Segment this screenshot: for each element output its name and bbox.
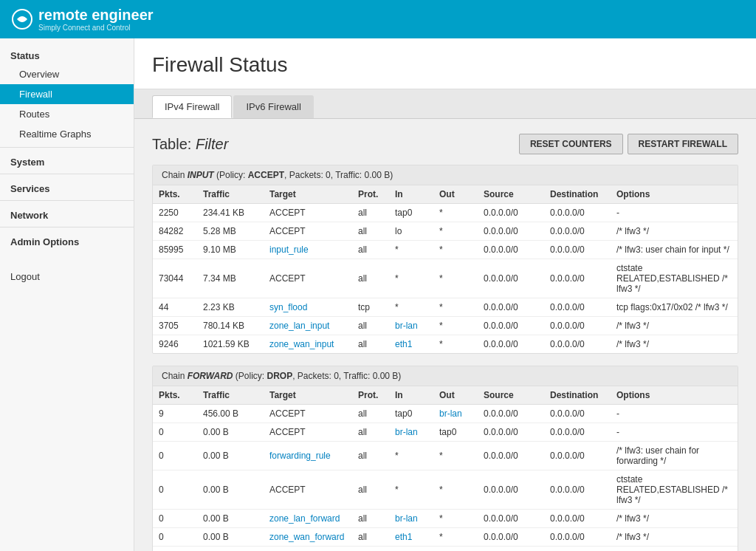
col-options: Options	[611, 185, 738, 204]
chain-forward-body: 9456.00 BACCEPTalltap0br-lan0.0.0.0/00.0…	[153, 405, 738, 552]
table-row: 2250234.41 KBACCEPTalltap0*0.0.0.0/00.0.…	[153, 204, 738, 222]
system-group-label: System	[0, 151, 134, 171]
table-row: 730447.34 MBACCEPTall**0.0.0.0/00.0.0.0/…	[153, 259, 738, 298]
app-title: remote engineer	[38, 7, 154, 24]
logo-icon	[12, 9, 32, 30]
link-br-lan[interactable]: br-lan	[395, 427, 418, 437]
col-in: In	[389, 185, 433, 204]
chain-forward-header: Chain FORWARD (Policy: DROP, Packets: 0,…	[153, 366, 738, 386]
sidebar-item-firewall[interactable]: Firewall	[0, 84, 134, 104]
sidebar: Status Overview Firewall Routes Realtime…	[0, 38, 134, 551]
main-layout: Status Overview Firewall Routes Realtime…	[0, 38, 756, 551]
app-subtitle: Simply Connect and Control	[38, 24, 154, 32]
restart-firewall-button[interactable]: RESTART FIREWALL	[628, 134, 738, 154]
table-row: 00.00 Bforwarding_ruleall**0.0.0.0/00.0.…	[153, 442, 738, 470]
sidebar-divider-4	[0, 227, 134, 227]
col-prot-fwd: Prot.	[352, 386, 389, 405]
page-title: Firewall Status	[152, 53, 738, 77]
table-row: 00.00 Bzone_wan_forwardalleth1*0.0.0.0/0…	[153, 528, 738, 547]
sidebar-item-routes[interactable]: Routes	[0, 104, 134, 124]
col-traffic: Traffic	[197, 185, 264, 204]
table-filter-title: Table: Filter	[152, 136, 228, 153]
link-br-lan[interactable]: br-lan	[395, 513, 418, 524]
status-group-label: Status	[0, 44, 134, 64]
link-syn-flood[interactable]: syn_flood	[269, 302, 307, 312]
chain-forward-table: Pkts. Traffic Target Prot. In Out Source…	[153, 386, 738, 551]
col-pkts-fwd: Pkts.	[153, 386, 197, 405]
col-in-fwd: In	[389, 386, 433, 405]
chain-input-header: Chain INPUT (Policy: ACCEPT, Packets: 0,…	[153, 165, 738, 185]
chain-input-body: 2250234.41 KBACCEPTalltap0*0.0.0.0/00.0.…	[153, 204, 738, 354]
sidebar-divider-3	[0, 200, 134, 201]
table-row: 92461021.59 KBzone_wan_inputalleth1*0.0.…	[153, 335, 738, 354]
services-group-label: Services	[0, 177, 134, 197]
tab-ipv6-firewall[interactable]: IPv6 Firewall	[233, 95, 313, 118]
content-body: Table: Filter RESET COUNTERS RESTART FIR…	[134, 119, 756, 551]
link-zone-lan-forward[interactable]: zone_lan_forward	[269, 513, 340, 524]
link-zone-lan-input[interactable]: zone_lan_input	[269, 321, 329, 331]
table-row: 00.00 Brejectall**0.0.0.0/00.0.0.0/0/* l…	[153, 547, 738, 552]
table-row: 00.00 BACCEPTall**0.0.0.0/00.0.0.0/0ctst…	[153, 470, 738, 510]
table-row: 842825.28 MBACCEPTalllo*0.0.0.0/00.0.0.0…	[153, 222, 738, 241]
col-out-fwd: Out	[433, 386, 478, 405]
link-forwarding-rule[interactable]: forwarding_rule	[269, 451, 331, 461]
admin-options-group-label: Admin Options	[0, 230, 134, 250]
link-zone-wan-forward[interactable]: zone_wan_forward	[269, 532, 344, 542]
col-source: Source	[478, 185, 544, 204]
table-row: 3705780.14 KBzone_lan_inputallbr-lan*0.0…	[153, 317, 738, 335]
table-header-row: Table: Filter RESET COUNTERS RESTART FIR…	[152, 134, 738, 154]
reset-counters-button[interactable]: RESET COUNTERS	[519, 134, 623, 154]
sidebar-divider-1	[0, 147, 134, 148]
col-pkts: Pkts.	[153, 185, 197, 204]
col-out: Out	[433, 185, 478, 204]
link-eth1[interactable]: eth1	[395, 532, 412, 542]
chain-forward-header-row: Pkts. Traffic Target Prot. In Out Source…	[153, 386, 738, 405]
col-target: Target	[264, 185, 352, 204]
header: remote engineer Simply Connect and Contr…	[0, 0, 756, 38]
link-br-lan[interactable]: br-lan	[439, 408, 462, 419]
col-dest: Destination	[544, 185, 611, 204]
sidebar-divider-2	[0, 174, 134, 174]
link-eth1[interactable]: eth1	[395, 339, 412, 349]
col-options-fwd: Options	[611, 386, 738, 405]
chain-forward-section: Chain FORWARD (Policy: DROP, Packets: 0,…	[152, 366, 738, 551]
link-zone-wan-input[interactable]: zone_wan_input	[269, 339, 334, 349]
table-row: 00.00 BACCEPTallbr-lantap00.0.0.0/00.0.0…	[153, 423, 738, 442]
link-br-lan[interactable]: br-lan	[395, 321, 418, 331]
table-row: 442.23 KBsyn_floodtcp**0.0.0.0/00.0.0.0/…	[153, 298, 738, 317]
table-row: 00.00 Bzone_lan_forwardallbr-lan*0.0.0.0…	[153, 510, 738, 528]
sidebar-item-overview[interactable]: Overview	[0, 64, 134, 84]
col-dest-fwd: Destination	[544, 386, 611, 405]
content: Firewall Status IPv4 Firewall IPv6 Firew…	[134, 38, 756, 551]
chain-input-table: Pkts. Traffic Target Prot. In Out Source…	[153, 185, 738, 353]
chain-input-section: Chain INPUT (Policy: ACCEPT, Packets: 0,…	[152, 165, 738, 354]
chain-input-header-row: Pkts. Traffic Target Prot. In Out Source…	[153, 185, 738, 204]
sidebar-logout[interactable]: Logout	[0, 265, 134, 288]
table-row: 859959.10 MBinput_ruleall**0.0.0.0/00.0.…	[153, 241, 738, 259]
col-prot: Prot.	[352, 185, 389, 204]
page-title-bar: Firewall Status	[134, 38, 756, 89]
network-group-label: Network	[0, 204, 134, 224]
button-group: RESET COUNTERS RESTART FIREWALL	[519, 134, 738, 154]
table-row: 9456.00 BACCEPTalltap0br-lan0.0.0.0/00.0…	[153, 405, 738, 423]
col-target-fwd: Target	[264, 386, 352, 405]
col-traffic-fwd: Traffic	[197, 386, 264, 405]
tab-ipv4-firewall[interactable]: IPv4 Firewall	[152, 95, 232, 118]
sidebar-item-realtime-graphs[interactable]: Realtime Graphs	[0, 124, 134, 144]
link-input-rule[interactable]: input_rule	[269, 244, 309, 255]
col-source-fwd: Source	[478, 386, 544, 405]
tabs-bar: IPv4 Firewall IPv6 Firewall	[134, 89, 756, 119]
